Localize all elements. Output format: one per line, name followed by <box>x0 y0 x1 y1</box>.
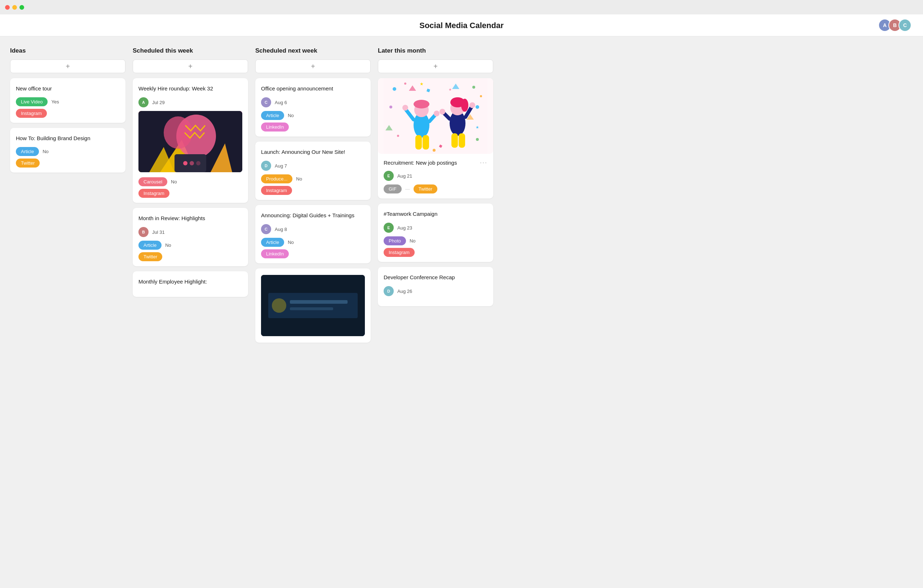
type-tag[interactable]: Article <box>138 241 161 250</box>
card-meta: C Aug 8 <box>261 224 365 234</box>
svg-point-23 <box>476 138 479 141</box>
card-meta: E Aug 23 <box>384 223 488 233</box>
platform-tag[interactable]: Instagram <box>261 186 292 195</box>
column-ideas: Ideas + New office tour Live Video Yes I… <box>10 47 125 585</box>
more-options-button[interactable]: ··· <box>480 159 488 167</box>
tags-row: Live Video Yes <box>16 97 120 106</box>
platform-tag[interactable]: Twitter <box>414 185 437 193</box>
svg-point-12 <box>272 298 286 313</box>
card-title: Developer Conference Recap <box>384 274 488 281</box>
card-avatar: E <box>384 223 394 233</box>
column-scheduled-week: Scheduled this week + Weekly Hire roundu… <box>133 47 248 585</box>
app-header: Social Media Calendar A B C <box>0 15 923 36</box>
card-image <box>261 275 365 336</box>
avatar-3[interactable]: C <box>898 19 912 32</box>
svg-point-47 <box>470 102 475 108</box>
card-meta: E Aug 21 <box>384 171 488 181</box>
approved-text: No <box>288 113 294 118</box>
platform-tag[interactable]: LinkedIn <box>261 123 289 131</box>
type-tag[interactable]: Carousel <box>138 177 167 186</box>
type-tag[interactable]: Produce... <box>261 174 292 183</box>
tags-row: Carousel No <box>138 177 242 186</box>
close-button[interactable] <box>5 5 10 10</box>
card-meta: C Aug 6 <box>261 97 365 107</box>
platform-tag[interactable]: Twitter <box>138 252 162 261</box>
svg-point-20 <box>389 106 392 108</box>
card-title: Monthly Employee Highlight: <box>138 278 242 285</box>
card-dev-conference: Developer Conference Recap D Aug 26 <box>378 267 493 306</box>
card-title: How To: Building Brand Design <box>16 134 120 142</box>
type-tag[interactable]: Photo <box>384 236 406 246</box>
card-meta: D Aug 26 <box>384 286 488 296</box>
card-title: Office opening announcement <box>261 85 365 92</box>
card-title: #Teamwork Campaign <box>384 210 488 218</box>
user-avatars: A B C <box>878 19 912 32</box>
tags-row: Article No <box>16 147 120 156</box>
card-next-week-image <box>255 269 371 342</box>
svg-rect-14 <box>290 307 333 310</box>
page-title: Social Media Calendar <box>0 21 923 30</box>
card-avatar: C <box>261 97 271 107</box>
type-tag[interactable]: GIF <box>384 185 402 193</box>
type-tag[interactable]: Article <box>16 147 39 156</box>
add-next-week-button[interactable]: + <box>255 59 371 73</box>
svg-point-45 <box>440 109 445 115</box>
card-title: New office tour <box>16 85 120 92</box>
svg-point-16 <box>393 87 396 91</box>
column-later-month-title: Later this month <box>378 47 493 54</box>
card-body: Recruitment: New job postings ··· E Aug … <box>378 154 493 198</box>
card-title: Month in Review: Highlights <box>138 215 242 222</box>
card-weekly-hire: Weekly Hire roundup: Week 32 A Jul 29 <box>133 78 248 203</box>
tags-row: Article No <box>261 111 365 120</box>
platform-tag[interactable]: Twitter <box>16 159 39 167</box>
platform-tag[interactable]: Instagram <box>138 189 169 198</box>
svg-rect-48 <box>452 133 458 148</box>
platform-tag[interactable]: Instagram <box>384 248 415 257</box>
card-brand-design: How To: Building Brand Design Article No… <box>10 128 125 173</box>
svg-text:★: ★ <box>448 88 452 92</box>
card-title: Announcing: Digital Guides + Trainings <box>261 211 365 219</box>
card-avatar: A <box>138 97 149 107</box>
card-teamwork: #Teamwork Campaign E Aug 23 Photo No Ins… <box>378 203 493 262</box>
date-text: Aug 8 <box>275 227 287 232</box>
svg-point-7 <box>183 161 187 165</box>
svg-point-8 <box>190 161 194 165</box>
platform-tag[interactable]: LinkedIn <box>261 249 289 258</box>
card-meta: A Jul 29 <box>138 97 242 107</box>
type-tag[interactable]: Article <box>261 111 284 120</box>
platform-tag[interactable]: Instagram <box>16 109 47 118</box>
approved-text: No <box>296 176 302 182</box>
svg-point-21 <box>476 105 479 109</box>
card-new-office-tour: New office tour Live Video Yes Instagram <box>10 78 125 123</box>
maximize-button[interactable] <box>20 5 24 10</box>
approved-text: Yes <box>51 99 59 105</box>
add-later-month-button[interactable]: + <box>378 59 493 73</box>
add-scheduled-week-button[interactable]: + <box>133 59 248 73</box>
card-title: Weekly Hire roundup: Week 32 <box>138 85 242 92</box>
minimize-button[interactable] <box>12 5 17 10</box>
svg-rect-38 <box>416 135 422 149</box>
svg-rect-39 <box>422 135 429 149</box>
card-monthly-employee: Monthly Employee Highlight: <box>133 271 248 297</box>
svg-rect-13 <box>290 300 348 304</box>
tags-row: Article No <box>138 241 242 250</box>
card-launch-new-site: Launch: Announcing Our New Site! D Aug 7… <box>255 142 371 200</box>
svg-point-18 <box>472 86 475 88</box>
approved-text: No <box>171 179 177 185</box>
card-month-review: Month in Review: Highlights B Jul 31 Art… <box>133 208 248 266</box>
card-image-dark <box>261 275 365 336</box>
card-digital-guides: Announcing: Digital Guides + Trainings C… <box>255 205 371 264</box>
type-tag[interactable]: Live Video <box>16 97 48 106</box>
card-image-colorful <box>138 111 242 172</box>
svg-point-9 <box>196 161 200 165</box>
celebration-image: ★ ★ ★ <box>378 78 493 154</box>
card-avatar: C <box>261 224 271 234</box>
celebration-bg: ★ ★ ★ <box>378 78 493 154</box>
svg-point-4 <box>164 116 192 149</box>
type-tag[interactable]: Article <box>261 238 284 247</box>
tags-row: Photo No <box>384 236 488 246</box>
board: Ideas + New office tour Live Video Yes I… <box>0 36 923 588</box>
add-ideas-button[interactable]: + <box>10 59 125 73</box>
svg-point-22 <box>397 135 399 137</box>
date-text: Aug 21 <box>397 173 412 179</box>
